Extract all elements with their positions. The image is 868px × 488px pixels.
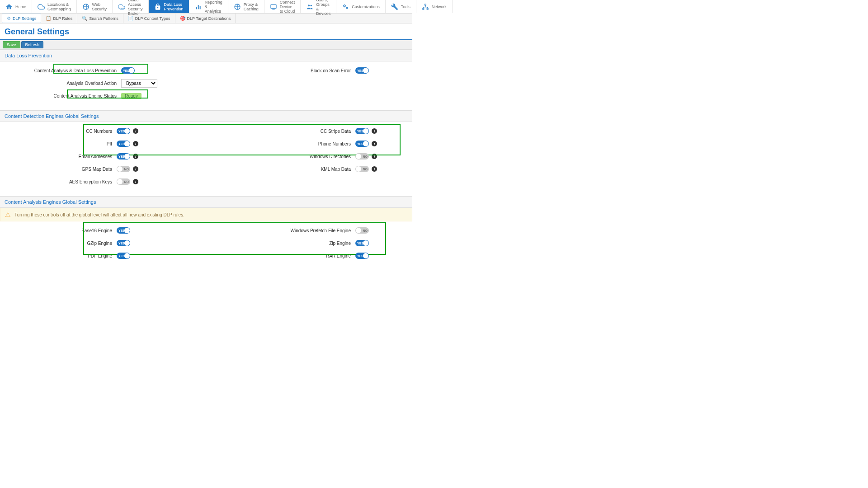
toggle-email-addresses[interactable]: YES bbox=[117, 153, 130, 160]
toggle-windows-directories[interactable]: NO bbox=[355, 153, 369, 160]
nav-users[interactable]: Users, Groups & Devices bbox=[301, 0, 336, 13]
setting-label: Block on Scan Error bbox=[206, 68, 355, 73]
nav-label: Users, Groups & Devices bbox=[316, 0, 330, 16]
toggle-content-analysis[interactable]: YES bbox=[121, 67, 135, 74]
engine-status-badge: Ready bbox=[121, 93, 142, 99]
nav-dlp[interactable]: Data Loss Prevention bbox=[149, 0, 189, 13]
toggle-rar-engine[interactable]: YES bbox=[355, 253, 369, 259]
nav-proxy[interactable]: Proxy & Caching bbox=[228, 0, 264, 13]
nav-customizations[interactable]: Customizations bbox=[336, 0, 386, 13]
setting-label: Base16 Engine bbox=[0, 228, 117, 233]
section-analysis-header: Content Analysis Engines Global Settings bbox=[0, 196, 412, 208]
nav-label: Network bbox=[432, 5, 447, 9]
nav-tools[interactable]: Tools bbox=[386, 0, 416, 13]
subnav-dlp-settings[interactable]: ⚙DLP Settings bbox=[2, 14, 41, 23]
nav-reporting[interactable]: Reporting & Analytics bbox=[189, 0, 228, 13]
nav-label: Connect Device to Cloud bbox=[280, 0, 295, 14]
wrench-icon bbox=[391, 3, 398, 10]
setting-label: PDF Engine bbox=[0, 253, 117, 258]
top-navigation: Home Locations & Geomapping Web Security… bbox=[0, 0, 412, 14]
setting-label: AES Encryption Keys bbox=[0, 179, 117, 184]
subnav-label: DLP Content Types bbox=[135, 16, 170, 21]
subnav-dlp-rules[interactable]: 📋DLP Rules bbox=[41, 14, 77, 23]
toggle-aes-encryption-keys[interactable]: NO bbox=[117, 178, 130, 185]
nav-label: Customizations bbox=[352, 5, 380, 9]
casb-icon: CASB bbox=[118, 3, 125, 10]
nav-home[interactable]: Home bbox=[0, 0, 32, 13]
subnav-content-types[interactable]: 📄DLP Content Types bbox=[123, 14, 175, 23]
toggle-block-on-scan-error[interactable]: YES bbox=[355, 67, 369, 74]
cloud-icon bbox=[38, 3, 45, 10]
settings-tab-icon: ⚙ bbox=[7, 16, 11, 21]
info-icon[interactable]: i bbox=[372, 141, 377, 146]
svg-point-9 bbox=[344, 5, 345, 7]
toggle-cc-numbers[interactable]: YES bbox=[117, 128, 130, 134]
toggle-windows-prefetch-file-engine[interactable]: NO bbox=[355, 227, 369, 234]
toggle-gzip-engine[interactable]: YES bbox=[117, 240, 130, 246]
toggle-phone-numbers[interactable]: YES bbox=[355, 141, 369, 147]
setting-label: Zip Engine bbox=[206, 241, 355, 246]
setting-label: Windows Directories bbox=[206, 154, 355, 159]
nav-connect[interactable]: Connect Device to Cloud bbox=[264, 0, 301, 13]
subnav-label: DLP Target Destinations bbox=[187, 16, 231, 21]
nav-label: Home bbox=[15, 5, 26, 9]
warning-banner: ⚠ Turning these controls off at the glob… bbox=[0, 208, 412, 221]
section-detection-body: CC NumbersYESiPIIYESiEmail AddressesYESi… bbox=[0, 122, 412, 196]
refresh-button[interactable]: Refresh bbox=[21, 41, 44, 48]
globe-shield-icon bbox=[82, 3, 90, 10]
setting-label: CC Stripe Data bbox=[206, 129, 355, 134]
search-tab-icon: 🔍 bbox=[82, 16, 87, 21]
setting-label: RAR Engine bbox=[206, 253, 355, 258]
info-icon[interactable]: i bbox=[133, 141, 138, 146]
gears-icon bbox=[342, 3, 349, 10]
setting-label: KML Map Data bbox=[206, 167, 355, 172]
nav-label: Tools bbox=[401, 5, 410, 9]
svg-rect-4 bbox=[199, 6, 200, 9]
toggle-zip-engine[interactable]: YES bbox=[355, 240, 369, 246]
toggle-base16-engine[interactable]: YES bbox=[117, 227, 130, 234]
toggle-kml-map-data[interactable]: NO bbox=[355, 166, 369, 172]
section-analysis-body: Base16 EngineYESGZip EngineYESPDF Engine… bbox=[0, 221, 412, 270]
subnav-search-patterns[interactable]: 🔍Search Patterns bbox=[77, 14, 123, 23]
info-icon[interactable]: i bbox=[133, 128, 138, 134]
toggle-pdf-engine[interactable]: YES bbox=[117, 253, 130, 259]
setting-label: PII bbox=[0, 141, 117, 146]
setting-label: Analysis Overload Action bbox=[0, 81, 121, 86]
nav-casb[interactable]: CASB Cloud Access Security Broker bbox=[113, 0, 149, 13]
svg-rect-2 bbox=[196, 7, 197, 9]
network-icon bbox=[422, 3, 429, 10]
sub-navigation: ⚙DLP Settings 📋DLP Rules 🔍Search Pattern… bbox=[0, 14, 412, 23]
info-icon[interactable]: i bbox=[133, 179, 138, 184]
info-icon[interactable]: i bbox=[372, 166, 377, 172]
nav-network[interactable]: Network bbox=[416, 0, 453, 13]
info-icon[interactable]: i bbox=[133, 154, 138, 159]
connect-icon bbox=[270, 3, 277, 10]
setting-label: CC Numbers bbox=[0, 129, 117, 134]
svg-rect-6 bbox=[271, 5, 276, 8]
info-icon[interactable]: i bbox=[133, 166, 138, 172]
info-icon[interactable]: i bbox=[372, 128, 377, 134]
info-icon[interactable]: i bbox=[372, 154, 377, 159]
toggle-pii[interactable]: YES bbox=[117, 141, 130, 147]
setting-label: GPS Map Data bbox=[0, 167, 117, 172]
overload-select[interactable]: Bypass bbox=[121, 79, 157, 88]
action-bar: Save Refresh bbox=[0, 40, 412, 50]
page-title: General Settings bbox=[0, 23, 412, 40]
svg-point-8 bbox=[311, 5, 312, 6]
section-dlp-header: Data Loss Prevention bbox=[0, 50, 412, 61]
svg-text:CASB: CASB bbox=[119, 7, 124, 9]
nav-label: Web Security bbox=[92, 2, 107, 11]
toggle-gps-map-data[interactable]: NO bbox=[117, 166, 130, 172]
nav-label: Locations & Geomapping bbox=[47, 2, 71, 11]
save-button[interactable]: Save bbox=[3, 41, 20, 48]
setting-label: Email Addresses bbox=[0, 154, 117, 159]
svg-point-10 bbox=[346, 7, 348, 9]
users-icon bbox=[306, 3, 313, 10]
subnav-target-dest[interactable]: 🎯DLP Target Destinations bbox=[175, 14, 236, 23]
subnav-label: Search Patterns bbox=[89, 16, 118, 21]
setting-label: GZip Engine bbox=[0, 241, 117, 246]
nav-web-security[interactable]: Web Security bbox=[77, 0, 113, 13]
toggle-cc-stripe-data[interactable]: YES bbox=[355, 128, 369, 134]
proxy-icon bbox=[234, 3, 241, 10]
nav-locations[interactable]: Locations & Geomapping bbox=[32, 0, 77, 13]
